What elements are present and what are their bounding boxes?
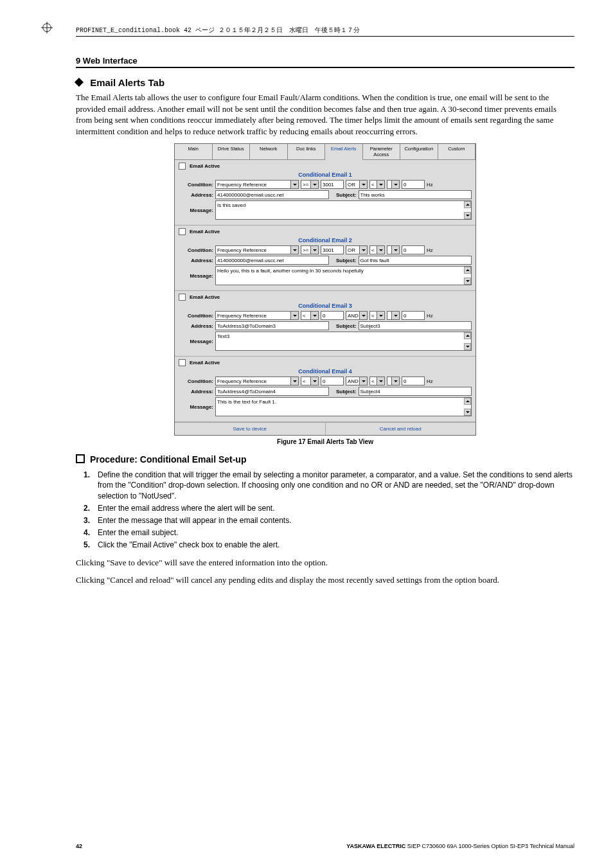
unit-label: Hz bbox=[427, 182, 436, 188]
intro-paragraph: The Email Alerts tab allows the user to … bbox=[76, 92, 574, 137]
unit-label: Hz bbox=[427, 313, 436, 319]
tab-drive-status[interactable]: Drive Status bbox=[213, 144, 251, 160]
scroll-up-icon[interactable] bbox=[464, 332, 471, 339]
scroll-down-icon[interactable] bbox=[464, 343, 471, 350]
email-active-checkbox[interactable] bbox=[179, 228, 186, 235]
message-textarea[interactable]: This is the text for Fault 1. bbox=[215, 397, 472, 416]
value2-input[interactable]: 0 bbox=[402, 376, 425, 385]
tab-configuration[interactable]: Configuration bbox=[400, 144, 438, 160]
chevron-down-icon bbox=[377, 246, 384, 254]
address-input[interactable]: 4140000000@email.uscc.net bbox=[215, 190, 329, 199]
comparator2-select[interactable]: < bbox=[369, 180, 385, 189]
message-label: Message: bbox=[179, 339, 213, 344]
unused-select[interactable] bbox=[387, 311, 400, 320]
comparator2-select[interactable]: < bbox=[369, 245, 385, 254]
comparator-select[interactable]: < bbox=[301, 311, 319, 320]
save-button[interactable]: Save to device bbox=[175, 422, 326, 435]
conditional-email-title: Conditional Email 1 bbox=[179, 172, 472, 178]
parameter-select[interactable]: Frequency Reference bbox=[215, 376, 299, 385]
comparator-select[interactable]: >= bbox=[301, 180, 319, 189]
address-label: Address: bbox=[179, 389, 213, 394]
logic-select[interactable]: AND bbox=[346, 311, 368, 320]
address-input[interactable]: 4140000000@email.uscc.net bbox=[215, 256, 329, 265]
condition-label: Condition: bbox=[179, 313, 213, 319]
tab-network[interactable]: Network bbox=[250, 144, 288, 160]
subject-label: Subject: bbox=[331, 323, 357, 329]
chevron-down-icon bbox=[290, 246, 298, 254]
step-1-text: Define the condition that will trigger t… bbox=[98, 470, 573, 500]
step-2: 2.Enter the email address where the aler… bbox=[98, 503, 574, 513]
step-4: 4.Enter the email subject. bbox=[98, 527, 574, 538]
comparator2-select[interactable]: < bbox=[369, 376, 385, 385]
scroll-up-icon[interactable] bbox=[464, 267, 471, 274]
step-5-text: Click the "Email Active" check box to en… bbox=[98, 540, 280, 549]
crop-mark-icon bbox=[41, 22, 53, 33]
conditional-email-3: Email ActiveConditional Email 3Condition… bbox=[175, 291, 475, 357]
tab-parameter-access[interactable]: Parameter Access bbox=[363, 144, 401, 160]
address-input[interactable]: ToAddress3@ToDomain3 bbox=[215, 321, 329, 330]
message-label: Message: bbox=[179, 404, 213, 410]
message-textarea[interactable]: Hello you, this is a fault, another comi… bbox=[215, 266, 472, 285]
unused-select[interactable] bbox=[387, 180, 400, 189]
comparator-select[interactable]: >= bbox=[301, 245, 319, 254]
email-active-checkbox[interactable] bbox=[179, 163, 186, 170]
cancel-button[interactable]: Cancel and reload bbox=[326, 422, 476, 435]
email-alerts-screenshot: MainDrive StatusNetworkDoc linksEmail Al… bbox=[174, 143, 476, 436]
cancel-paragraph: Clicking "Cancel and reload" will cancel… bbox=[76, 574, 574, 586]
logic-select[interactable]: OR bbox=[346, 245, 368, 254]
scroll-down-icon[interactable] bbox=[464, 212, 471, 219]
parameter-select[interactable]: Frequency Reference bbox=[215, 180, 299, 189]
conditional-email-title: Conditional Email 2 bbox=[179, 237, 472, 244]
page-footer: 42 YASKAWA ELECTRIC SIEP C730600 69A 100… bbox=[76, 843, 574, 849]
subject-input[interactable]: Got this fault bbox=[359, 256, 472, 265]
comparator2-select[interactable]: < bbox=[369, 311, 385, 320]
scroll-up-icon[interactable] bbox=[464, 398, 471, 405]
parameter-select[interactable]: Frequency Reference bbox=[215, 311, 299, 320]
comparator-select[interactable]: < bbox=[301, 376, 319, 385]
chevron-down-icon bbox=[310, 377, 318, 385]
scroll-down-icon[interactable] bbox=[464, 278, 471, 285]
figure-caption: Figure 17 Email Alerts Tab View bbox=[76, 438, 574, 445]
value-input[interactable]: 0 bbox=[321, 376, 344, 385]
conditional-email-4: Email ActiveConditional Email 4Condition… bbox=[175, 357, 475, 422]
tab-email-alerts[interactable]: Email Alerts bbox=[325, 144, 363, 160]
scroll-up-icon[interactable] bbox=[464, 201, 471, 208]
address-input[interactable]: ToAddress4@ToDomain4 bbox=[215, 387, 329, 396]
tab-main[interactable]: Main bbox=[175, 144, 213, 160]
logic-select[interactable]: OR bbox=[346, 180, 368, 189]
section-title: Email Alerts Tab bbox=[76, 77, 574, 88]
chevron-down-icon bbox=[310, 246, 318, 254]
unused-select[interactable] bbox=[387, 245, 400, 254]
email-active-checkbox[interactable] bbox=[179, 359, 186, 366]
tab-custom[interactable]: Custom bbox=[438, 144, 476, 160]
chevron-down-icon bbox=[359, 312, 367, 319]
subject-input[interactable]: This works bbox=[359, 190, 472, 199]
diamond-icon bbox=[75, 78, 84, 87]
chevron-down-icon bbox=[391, 181, 399, 188]
subject-input[interactable]: Subject4 bbox=[359, 387, 472, 396]
subject-input[interactable]: Subject3 bbox=[359, 321, 472, 330]
unused-select[interactable] bbox=[387, 376, 400, 385]
message-textarea[interactable]: Is this saved bbox=[215, 200, 472, 220]
conditional-email-2: Email ActiveConditional Email 2Condition… bbox=[175, 226, 475, 291]
message-textarea[interactable]: Text3 bbox=[215, 332, 472, 351]
value2-input[interactable]: 0 bbox=[402, 245, 425, 254]
value-input[interactable]: 3001 bbox=[321, 180, 344, 189]
value2-input[interactable]: 0 bbox=[402, 311, 425, 320]
chevron-down-icon bbox=[359, 246, 367, 254]
chevron-down-icon bbox=[377, 181, 384, 188]
email-active-checkbox[interactable] bbox=[179, 294, 186, 301]
value2-input[interactable]: 0 bbox=[402, 180, 425, 189]
step-3: 3.Enter the message that will appear in … bbox=[98, 515, 574, 526]
step-1: 1.Define the condition that will trigger… bbox=[98, 470, 574, 501]
tab-doc-links[interactable]: Doc links bbox=[288, 144, 326, 160]
step-3-text: Enter the message that will appear in th… bbox=[98, 516, 292, 525]
value-input[interactable]: 0 bbox=[321, 311, 344, 320]
save-paragraph: Clicking "Save to device" will save the … bbox=[76, 557, 574, 569]
logic-select[interactable]: AND bbox=[346, 376, 368, 385]
value-input[interactable]: 3001 bbox=[321, 245, 344, 254]
email-active-label: Email Active bbox=[190, 163, 220, 169]
scroll-down-icon[interactable] bbox=[464, 409, 471, 416]
parameter-select[interactable]: Frequency Reference bbox=[215, 245, 299, 254]
footer-doc: SIEP C730600 69A 1000-Series Option SI-E… bbox=[405, 843, 574, 849]
